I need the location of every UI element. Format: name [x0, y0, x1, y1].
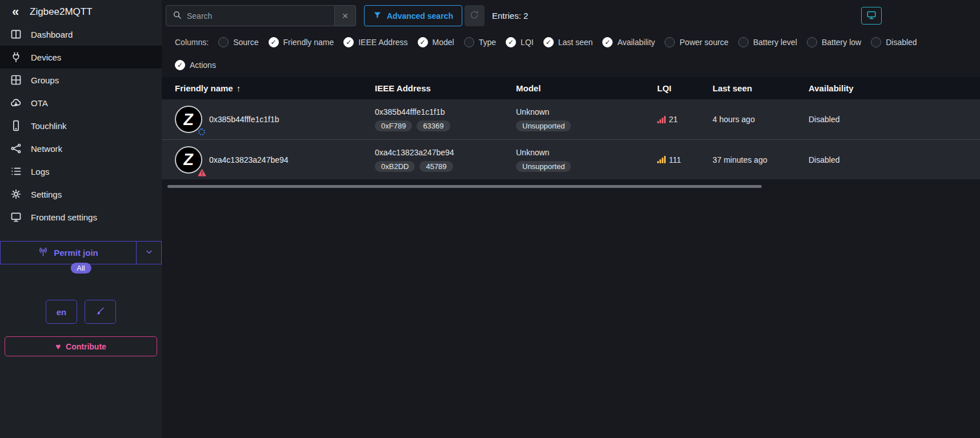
permit-join-button[interactable]: Permit join [0, 242, 137, 264]
permit-join-target-badge[interactable]: All [70, 263, 91, 274]
column-toggle-actions[interactable]: ✓Actions [175, 60, 216, 70]
column-toggle-label: Type [479, 38, 496, 47]
sidebar-item-label: Dashboard [31, 30, 73, 39]
column-toggle-lqi[interactable]: ✓LQI [506, 37, 534, 47]
model-name: Unknown [516, 107, 657, 116]
sidebar-nav: DashboardDevicesGroupsOTATouchlinkNetwor… [0, 23, 162, 228]
unsupported-badge: Unsupported [516, 120, 571, 131]
columns-picker-label: Columns: [175, 38, 209, 47]
column-toggle-source[interactable]: Source [218, 37, 258, 47]
device-avatar: Z [175, 106, 202, 133]
column-header-label: Friendly name [175, 83, 233, 93]
sidebar-item-touchlink[interactable]: Touchlink [0, 114, 162, 137]
availability-status: Disabled [809, 155, 980, 164]
sidebar-item-label: Settings [31, 190, 62, 199]
sidebar-item-groups[interactable]: Groups [0, 69, 162, 91]
brush-icon [95, 306, 105, 318]
clear-search-button[interactable]: × [335, 5, 356, 26]
column-toggle-label: Last seen [558, 38, 593, 47]
device-friendly-name-link[interactable]: 0xa4c13823a247be94 [209, 155, 289, 164]
network-address-hex-badge: 0xB2DD [375, 161, 415, 172]
column-toggle-ieee-address[interactable]: ✓IEEE Address [343, 37, 407, 47]
column-header-friendly-name[interactable]: Friendly name↑ [175, 83, 375, 93]
contribute-label: Contribute [66, 342, 106, 351]
devices-icon [9, 51, 23, 63]
sidebar-item-frontend-settings[interactable]: Frontend settings [0, 206, 162, 228]
sidebar-item-network[interactable]: Network [0, 137, 162, 160]
reset-filters-button[interactable] [465, 5, 485, 26]
loading-spinner-icon [198, 128, 205, 135]
column-header-model[interactable]: Model [516, 83, 657, 93]
device-friendly-name-link[interactable]: 0x385b44fffe1c1f1b [209, 115, 279, 124]
sidebar: « Zigbee2MQTT DashboardDevicesGroupsOTAT… [0, 0, 162, 438]
column-header-label: Availability [809, 83, 854, 93]
zigbee-logo-icon: Z [182, 110, 194, 129]
logs-icon [9, 166, 23, 177]
column-toggle-model[interactable]: ✓Model [418, 37, 454, 47]
sort-ascending-icon: ↑ [237, 83, 241, 93]
theme-button[interactable] [85, 300, 116, 324]
sidebar-item-devices[interactable]: Devices [0, 46, 162, 69]
column-toggle-last-seen[interactable]: ✓Last seen [543, 37, 593, 47]
sidebar-item-settings[interactable]: Settings [0, 183, 162, 206]
column-header-label: IEEE Address [375, 83, 431, 93]
sidebar-item-ota[interactable]: OTA [0, 91, 162, 114]
column-header-ieee-address[interactable]: IEEE Address [375, 83, 516, 93]
sidebar-item-label: OTA [31, 98, 48, 108]
ota-icon [9, 97, 23, 109]
dashboard-icon [9, 29, 23, 40]
column-toggle-label: Availability [617, 38, 655, 47]
column-toggle-friendly-name[interactable]: ✓Friendly name [269, 37, 334, 47]
permit-join-label: Permit join [54, 248, 98, 258]
advanced-search-button[interactable]: Advanced search [364, 5, 462, 26]
app-window: « Zigbee2MQTT DashboardDevicesGroupsOTAT… [0, 0, 980, 438]
column-toggle-label: Disabled [886, 38, 917, 47]
column-header-last-seen[interactable]: Last seen [713, 83, 809, 93]
network-address-hex-badge: 0xF789 [375, 120, 412, 131]
column-header-lqi[interactable]: LQI [657, 83, 713, 93]
heart-icon: ♥ [55, 342, 61, 351]
column-toggle-battery-level[interactable]: Battery level [738, 37, 797, 47]
network-address-dec-badge: 63369 [417, 120, 450, 131]
refresh-icon [469, 10, 479, 22]
device-row[interactable]: Z0x385b44fffe1c1f1b0x385b44fffe1c1f1b0xF… [162, 99, 980, 139]
contribute-button[interactable]: ♥ Contribute [5, 336, 157, 356]
column-toggle-label: Battery low [822, 38, 861, 47]
column-toggle-label: Power source [679, 38, 729, 47]
ieee-address: 0xa4c13823a247be94 [375, 148, 516, 157]
columns-picker: Columns: Source✓Friendly name✓IEEE Addre… [162, 31, 980, 77]
checked-checkbox-icon: ✓ [543, 37, 554, 47]
collapse-sidebar-icon[interactable]: « [9, 6, 22, 18]
column-toggle-availability[interactable]: ✓Availability [602, 37, 655, 47]
sidebar-item-logs[interactable]: Logs [0, 160, 162, 183]
sidebar-mini-buttons: en [0, 300, 162, 324]
device-row[interactable]: Z0xa4c13823a247be940xa4c13823a247be940xB… [162, 139, 980, 179]
column-toggle-battery-low[interactable]: Battery low [807, 37, 861, 47]
toolbar: × Advanced search Entries: 2 [162, 0, 980, 31]
column-header-availability[interactable]: Availability [809, 83, 980, 93]
app-title: Zigbee2MQTT [30, 6, 93, 18]
network-icon [9, 143, 23, 154]
column-toggle-type[interactable]: Type [464, 37, 496, 47]
search-group: × [166, 5, 356, 26]
entries-count: Entries: 2 [492, 11, 528, 21]
advanced-search-label: Advanced search [387, 11, 453, 21]
display-mode-button[interactable] [861, 7, 882, 25]
horizontal-scrollbar-thumb[interactable] [167, 185, 762, 188]
unsupported-badge: Unsupported [516, 161, 571, 172]
sidebar-item-dashboard[interactable]: Dashboard [0, 23, 162, 46]
search-input[interactable] [187, 11, 328, 21]
column-toggle-disabled[interactable]: Disabled [871, 37, 917, 47]
monitor-icon [866, 10, 877, 22]
sidebar-item-label: Logs [31, 167, 50, 176]
permit-join-dropdown-button[interactable] [137, 242, 162, 264]
column-toggle-label: Actions [190, 61, 216, 70]
groups-icon [9, 74, 23, 86]
main-content: × Advanced search Entries: 2 Columns: So… [162, 0, 980, 438]
column-toggle-power-source[interactable]: Power source [665, 37, 729, 47]
frontend-settings-icon [9, 211, 23, 223]
checked-checkbox-icon: ✓ [269, 37, 279, 47]
sidebar-item-label: Devices [31, 53, 61, 62]
checked-checkbox-icon: ✓ [506, 37, 516, 47]
language-button[interactable]: en [46, 300, 77, 324]
